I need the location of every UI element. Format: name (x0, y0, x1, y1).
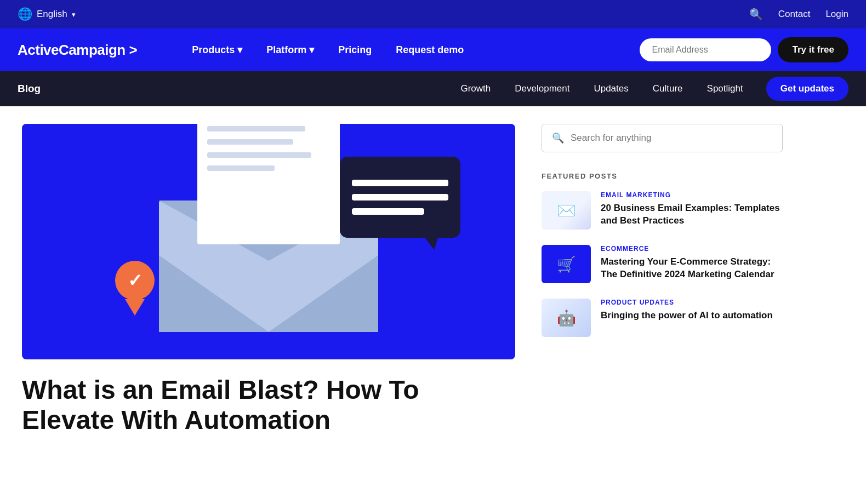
post-thumbnail-2: 🛒 (542, 245, 591, 283)
blog-nav-links: Growth Development Updates Culture Spotl… (451, 79, 753, 99)
pricing-link[interactable]: Pricing (327, 39, 383, 61)
blog-nav: Blog Growth Development Updates Culture … (0, 71, 866, 106)
nav-links: Products ▾ Platform ▾ Pricing Request de… (181, 38, 640, 61)
article-title: What is an Email Blast? How To Elevate W… (22, 375, 515, 435)
get-updates-button[interactable]: Get updates (766, 77, 848, 101)
email-input[interactable] (640, 38, 771, 61)
blog-label: Blog (18, 83, 41, 95)
try-free-button[interactable]: Try it free (778, 37, 848, 62)
chevron-down-icon: ▾ (72, 10, 76, 19)
search-icon: 🔍 (552, 132, 564, 144)
nav-actions: Try it free (640, 37, 848, 62)
globe-icon: 🌐 (18, 7, 32, 21)
post-title-1: 20 Business Email Examples: Templates an… (601, 202, 783, 227)
post-text-2: ECOMMERCE Mastering Your E-Commerce Stra… (601, 245, 783, 281)
post-title-3: Bringing the power of AI to automation (601, 310, 773, 322)
culture-link[interactable]: Culture (643, 79, 693, 99)
logo[interactable]: ActiveCampaign > (18, 42, 137, 59)
language-selector[interactable]: 🌐 English ▾ (18, 7, 76, 21)
spotlight-link[interactable]: Spotlight (697, 79, 753, 99)
featured-posts-label: FEATURED POSTS (542, 172, 783, 180)
featured-post-2[interactable]: 🛒 ECOMMERCE Mastering Your E-Commerce St… (542, 245, 783, 283)
sidebar: 🔍 FEATURED POSTS ✉️ EMAIL MARKETING 20 B… (542, 124, 783, 435)
top-bar-right: 🔍 Contact Login (749, 8, 848, 21)
platform-link[interactable]: Platform ▾ (255, 38, 325, 61)
post-text-1: EMAIL MARKETING 20 Business Email Exampl… (601, 191, 783, 227)
featured-post-3[interactable]: 🤖 PRODUCT UPDATES Bringing the power of … (542, 299, 783, 337)
updates-link[interactable]: Updates (584, 79, 638, 99)
content-area: ✓ What is an Email Blast? How To Elevate… (0, 106, 866, 453)
login-link[interactable]: Login (825, 9, 848, 20)
post-text-3: PRODUCT UPDATES Bringing the power of AI… (601, 299, 773, 322)
chevron-down-icon: ▾ (309, 44, 314, 56)
products-link[interactable]: Products ▾ (181, 38, 253, 61)
featured-post-1[interactable]: ✉️ EMAIL MARKETING 20 Business Email Exa… (542, 191, 783, 230)
growth-link[interactable]: Growth (451, 79, 500, 99)
chevron-down-icon: ▾ (237, 44, 242, 56)
post-category-3: PRODUCT UPDATES (601, 299, 773, 306)
contact-link[interactable]: Contact (778, 9, 811, 20)
development-link[interactable]: Development (505, 79, 579, 99)
search-input[interactable] (571, 133, 772, 144)
ecom-thumb-icon: 🛒 (542, 245, 591, 283)
search-box: 🔍 (542, 124, 783, 152)
request-demo-link[interactable]: Request demo (385, 39, 475, 61)
email-thumb-icon: ✉️ (542, 191, 591, 230)
post-thumbnail-1: ✉️ (542, 191, 591, 230)
post-category-2: ECOMMERCE (601, 245, 783, 253)
post-title-2: Mastering Your E-Commerce Strategy: The … (601, 256, 783, 281)
search-icon[interactable]: 🔍 (749, 8, 763, 21)
product-thumb-icon: 🤖 (542, 299, 591, 337)
language-label: English (37, 9, 67, 20)
hero-image: ✓ (22, 124, 515, 359)
top-bar: 🌐 English ▾ 🔍 Contact Login (0, 0, 866, 28)
main-article: ✓ What is an Email Blast? How To Elevate… (22, 124, 515, 435)
main-nav: ActiveCampaign > Products ▾ Platform ▾ P… (0, 28, 866, 71)
post-thumbnail-3: 🤖 (542, 299, 591, 337)
post-category-1: EMAIL MARKETING (601, 191, 783, 199)
